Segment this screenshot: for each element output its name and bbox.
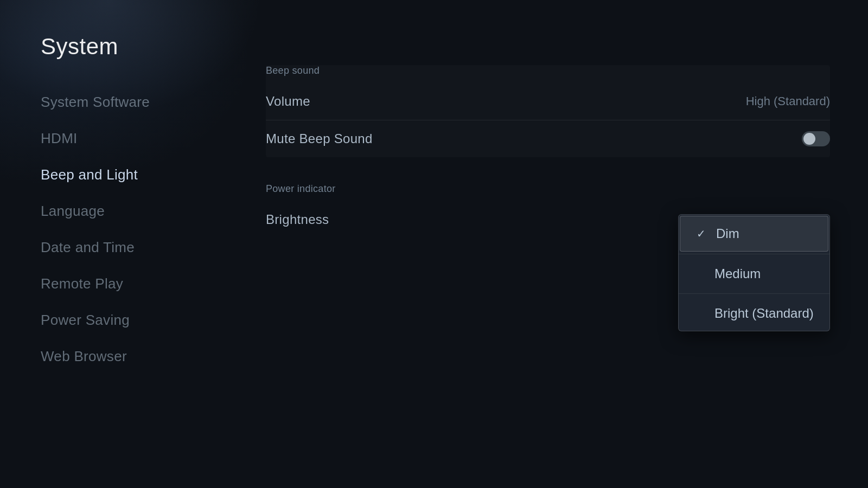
dropdown-item-dim[interactable]: ✓ Dim: [680, 216, 828, 252]
bright-standard-label: Bright (Standard): [714, 306, 814, 321]
sidebar-item-remote-play[interactable]: Remote Play: [41, 266, 241, 302]
dropdown-divider-2: [679, 293, 829, 294]
brightness-row[interactable]: Brightness ✓ Dim Medium Bri: [266, 201, 830, 238]
mute-name: Mute Beep Sound: [266, 131, 373, 146]
volume-value: High (Standard): [746, 94, 830, 108]
medium-label: Medium: [714, 266, 761, 281]
volume-row[interactable]: Volume High (Standard): [266, 83, 830, 120]
sidebar-item-web-browser[interactable]: Web Browser: [41, 338, 241, 375]
sidebar-item-beep-and-light[interactable]: Beep and Light: [41, 157, 241, 193]
dropdown-item-bright-standard[interactable]: Bright (Standard): [679, 296, 829, 331]
power-indicator-label: Power indicator: [266, 183, 830, 195]
main-content: Beep sound Volume High (Standard) Mute B…: [266, 65, 830, 466]
power-indicator-section: Power indicator Brightness ✓ Dim Medium: [266, 183, 830, 238]
sidebar-item-language[interactable]: Language: [41, 193, 241, 229]
checkmark-icon: ✓: [695, 227, 706, 240]
toggle-knob: [803, 133, 815, 145]
volume-name: Volume: [266, 94, 310, 109]
mute-row[interactable]: Mute Beep Sound: [266, 120, 830, 157]
brightness-dropdown[interactable]: ✓ Dim Medium Bright (Standard): [678, 214, 830, 331]
page-title: System: [41, 34, 118, 60]
dim-label: Dim: [716, 226, 739, 241]
dropdown-divider-1: [679, 254, 829, 254]
sidebar-item-power-saving[interactable]: Power Saving: [41, 302, 241, 338]
brightness-name: Brightness: [266, 212, 329, 227]
sidebar-item-system-software[interactable]: System Software: [41, 84, 241, 120]
sidebar-item-hdmi[interactable]: HDMI: [41, 120, 241, 157]
sidebar-item-date-and-time[interactable]: Date and Time: [41, 229, 241, 266]
beep-sound-label: Beep sound: [266, 65, 830, 76]
dropdown-item-medium[interactable]: Medium: [679, 256, 829, 291]
sidebar: System Software HDMI Beep and Light Lang…: [41, 84, 241, 375]
beep-sound-section: Beep sound Volume High (Standard) Mute B…: [266, 65, 830, 157]
mute-toggle[interactable]: [802, 131, 830, 146]
